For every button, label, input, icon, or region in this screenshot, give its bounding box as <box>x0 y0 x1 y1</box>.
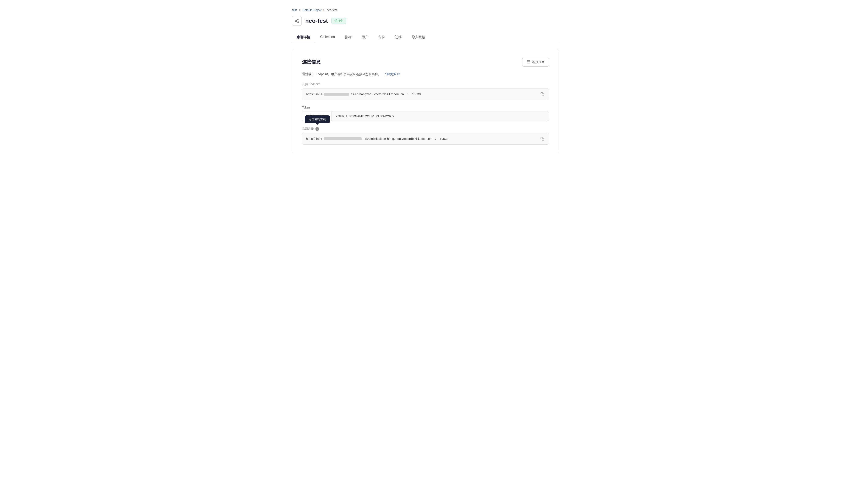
breadcrumb-neo-test: neo-test <box>327 8 337 12</box>
tab-metrics[interactable]: 指标 <box>340 33 357 42</box>
token-label: Token <box>302 106 549 109</box>
svg-rect-10 <box>542 138 544 140</box>
svg-point-2 <box>298 22 299 23</box>
private-connection-label: 私网连接 <box>302 127 314 131</box>
private-endpoint-copy-button[interactable] <box>540 136 545 142</box>
tooltip-bubble: 点击复制主机 <box>305 115 330 123</box>
public-endpoint-copy-button[interactable] <box>540 91 545 97</box>
breadcrumb-default-project[interactable]: Default Project <box>302 8 322 12</box>
status-badge: 运行中 <box>331 18 346 24</box>
public-endpoint-middle: in01- <box>316 92 323 96</box>
description-text: 通过以下 Endpoint、用户名和密码安全连接至您的集群。 <box>302 72 381 76</box>
breadcrumb-zilliz[interactable]: zilliz <box>292 8 297 12</box>
connect-guide-icon <box>526 60 531 64</box>
tab-cluster-detail[interactable]: 集群详情 <box>292 33 315 42</box>
public-endpoint-input: https:// in01- .ali-cn-hangzhou.vectordb… <box>302 88 549 100</box>
breadcrumb-sep-2: > <box>323 8 325 12</box>
svg-rect-5 <box>527 60 530 63</box>
public-endpoint-port: 19530 <box>412 92 421 96</box>
private-connection-info-tooltip: i 点击复制主机 <box>315 127 319 131</box>
public-endpoint-port-sep: ： <box>406 92 410 96</box>
card-description: 通过以下 Endpoint、用户名和密码安全连接至您的集群。 了解更多 <box>302 72 549 77</box>
public-endpoint-prefix: https:// <box>306 92 315 96</box>
card-title: 连接信息 <box>302 59 320 65</box>
public-endpoint-suffix: .ali-cn-hangzhou.vectordb.zilliz.com.cn <box>350 92 404 96</box>
breadcrumb-sep-1: > <box>299 8 300 12</box>
connect-guide-label: 连接指南 <box>532 60 544 64</box>
cluster-icon <box>292 16 302 26</box>
tab-backup[interactable]: 备份 <box>373 33 390 42</box>
tabs-nav: 集群详情 Collection 指标 用户 备份 迁移 导入数据 <box>292 33 559 42</box>
public-endpoint-section: 公共 Endpoint https:// in01- .ali-cn-hangz… <box>302 83 549 100</box>
public-endpoint-redacted <box>324 93 349 95</box>
svg-point-0 <box>295 20 296 21</box>
info-icon[interactable]: i <box>315 127 319 131</box>
tab-users[interactable]: 用户 <box>357 33 373 42</box>
svg-rect-9 <box>542 93 544 95</box>
svg-line-3 <box>296 20 298 21</box>
public-endpoint-label: 公共 Endpoint <box>302 83 549 86</box>
page-header: neo-test 运行中 <box>292 16 559 26</box>
token-section: Token 用户名：密码 ▼ YOUR_USERNAME:YOUR_PASSWO… <box>302 106 549 121</box>
connect-guide-button[interactable]: 连接指南 <box>522 58 549 67</box>
private-endpoint-middle: in01- <box>316 137 323 141</box>
private-endpoint-prefix: https:// <box>306 137 315 141</box>
private-endpoint-value: https:// in01- -privatelink.ali-cn-hangz… <box>306 137 540 141</box>
breadcrumb: zilliz > Default Project > neo-test <box>292 8 559 12</box>
connection-info-card: 连接信息 连接指南 通过以下 Endpoint、用户名和密码安全连接至您的集群。… <box>292 49 559 153</box>
svg-point-1 <box>298 19 299 20</box>
public-endpoint-value: https:// in01- .ali-cn-hangzhou.vectordb… <box>306 92 540 96</box>
token-value: YOUR_USERNAME:YOUR_PASSWORD <box>332 111 549 121</box>
private-label-row: 私网连接 i 点击复制主机 <box>302 127 549 131</box>
page-title: neo-test <box>305 18 328 24</box>
tab-import-data[interactable]: 导入数据 <box>407 33 430 42</box>
private-connection-section: 私网连接 i 点击复制主机 https:// in01- -privatelin… <box>302 127 549 145</box>
tab-migration[interactable]: 迁移 <box>390 33 407 42</box>
svg-line-4 <box>296 21 298 22</box>
private-endpoint-input: https:// in01- -privatelink.ali-cn-hangz… <box>302 133 549 145</box>
private-endpoint-port: 19530 <box>440 137 449 141</box>
private-endpoint-suffix: -privatelink.ali-cn-hangzhou.vectordb.zi… <box>362 137 431 141</box>
tab-collection[interactable]: Collection <box>315 33 340 42</box>
card-header: 连接信息 连接指南 <box>302 58 549 67</box>
learn-more-link[interactable]: 了解更多 <box>384 72 400 77</box>
token-input-row: 用户名：密码 ▼ YOUR_USERNAME:YOUR_PASSWORD <box>302 111 549 121</box>
svg-line-8 <box>398 73 400 74</box>
private-endpoint-port-sep: ： <box>434 137 437 141</box>
private-endpoint-redacted <box>324 137 362 140</box>
